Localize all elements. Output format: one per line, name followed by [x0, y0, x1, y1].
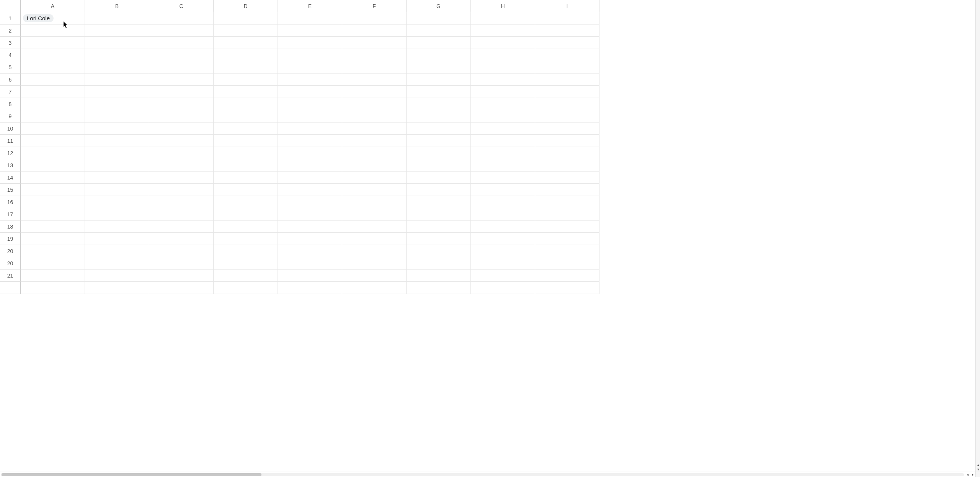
column-header[interactable]: H — [471, 0, 535, 12]
cell[interactable] — [85, 233, 149, 245]
row-header[interactable]: 9 — [0, 110, 21, 123]
cell[interactable] — [342, 282, 407, 294]
cell[interactable] — [471, 270, 535, 282]
row-header[interactable]: 20 — [0, 245, 21, 257]
cell[interactable] — [471, 147, 535, 159]
cell[interactable] — [407, 233, 471, 245]
cell[interactable] — [214, 172, 278, 184]
cell[interactable] — [214, 208, 278, 221]
column-header[interactable]: B — [85, 0, 149, 12]
cell[interactable] — [85, 61, 149, 74]
cell[interactable] — [85, 74, 149, 86]
cell[interactable] — [21, 110, 85, 123]
cell[interactable] — [407, 86, 471, 98]
cell[interactable] — [407, 270, 471, 282]
cell[interactable] — [535, 184, 599, 196]
cell[interactable] — [278, 172, 342, 184]
cell[interactable] — [21, 172, 85, 184]
cell[interactable] — [214, 233, 278, 245]
cell[interactable] — [471, 25, 535, 37]
cell[interactable] — [407, 245, 471, 257]
cell[interactable] — [214, 49, 278, 61]
cell[interactable]: Lori Cole — [21, 12, 85, 25]
cell[interactable] — [85, 98, 149, 110]
cell[interactable] — [342, 110, 407, 123]
column-header[interactable]: D — [214, 0, 278, 12]
cell[interactable] — [278, 123, 342, 135]
row-header[interactable]: 21 — [0, 270, 21, 282]
cell[interactable] — [85, 110, 149, 123]
cell[interactable] — [21, 98, 85, 110]
column-header[interactable]: C — [149, 0, 214, 12]
cell[interactable] — [85, 147, 149, 159]
cell[interactable] — [535, 110, 599, 123]
row-header[interactable]: 16 — [0, 196, 21, 208]
cell[interactable] — [278, 282, 342, 294]
cell[interactable] — [535, 208, 599, 221]
cell[interactable] — [278, 245, 342, 257]
cell[interactable] — [21, 221, 85, 233]
cell[interactable] — [407, 159, 471, 172]
hscroll-track[interactable] — [1, 473, 964, 476]
cell[interactable] — [278, 61, 342, 74]
cell[interactable] — [85, 257, 149, 270]
cell[interactable] — [407, 257, 471, 270]
cell[interactable] — [535, 12, 599, 25]
cell[interactable] — [342, 49, 407, 61]
cell[interactable] — [407, 74, 471, 86]
cell[interactable] — [342, 159, 407, 172]
cell[interactable] — [342, 172, 407, 184]
row-header[interactable]: 15 — [0, 184, 21, 196]
cell[interactable] — [471, 135, 535, 147]
cell[interactable] — [471, 159, 535, 172]
row-header[interactable]: 12 — [0, 147, 21, 159]
cell[interactable] — [21, 233, 85, 245]
cell[interactable] — [21, 245, 85, 257]
cell[interactable] — [21, 123, 85, 135]
row-header[interactable]: 4 — [0, 49, 21, 61]
cell[interactable] — [149, 49, 214, 61]
cell[interactable] — [471, 208, 535, 221]
cell[interactable] — [471, 98, 535, 110]
cell[interactable] — [407, 12, 471, 25]
column-header[interactable]: E — [278, 0, 342, 12]
cell[interactable] — [342, 86, 407, 98]
cell[interactable] — [407, 123, 471, 135]
cell[interactable] — [85, 25, 149, 37]
cell[interactable] — [407, 221, 471, 233]
column-header[interactable]: G — [407, 0, 471, 12]
cell[interactable] — [407, 282, 471, 294]
row-header[interactable]: 8 — [0, 98, 21, 110]
hscroll-thumb[interactable] — [2, 473, 261, 476]
cell[interactable] — [214, 245, 278, 257]
cell[interactable] — [535, 245, 599, 257]
cell[interactable] — [278, 25, 342, 37]
cell[interactable] — [407, 25, 471, 37]
cell[interactable] — [214, 37, 278, 49]
cell[interactable] — [342, 233, 407, 245]
cell[interactable] — [149, 110, 214, 123]
select-all-corner[interactable] — [0, 0, 21, 12]
cell[interactable] — [149, 37, 214, 49]
cell[interactable] — [278, 12, 342, 25]
cell[interactable] — [214, 98, 278, 110]
cell[interactable] — [278, 233, 342, 245]
column-header[interactable]: I — [535, 0, 599, 12]
cell[interactable] — [214, 123, 278, 135]
row-header[interactable]: 5 — [0, 61, 21, 74]
cell[interactable] — [21, 25, 85, 37]
row-header[interactable]: 17 — [0, 208, 21, 221]
cell[interactable] — [407, 98, 471, 110]
cell[interactable] — [278, 196, 342, 208]
cell[interactable] — [342, 74, 407, 86]
cell[interactable] — [278, 221, 342, 233]
cell[interactable] — [535, 233, 599, 245]
cell[interactable] — [21, 257, 85, 270]
cell[interactable] — [342, 208, 407, 221]
cell[interactable] — [471, 184, 535, 196]
cell[interactable] — [214, 196, 278, 208]
cell[interactable] — [535, 159, 599, 172]
cell[interactable] — [85, 282, 149, 294]
cell[interactable] — [471, 37, 535, 49]
cell[interactable] — [214, 12, 278, 25]
